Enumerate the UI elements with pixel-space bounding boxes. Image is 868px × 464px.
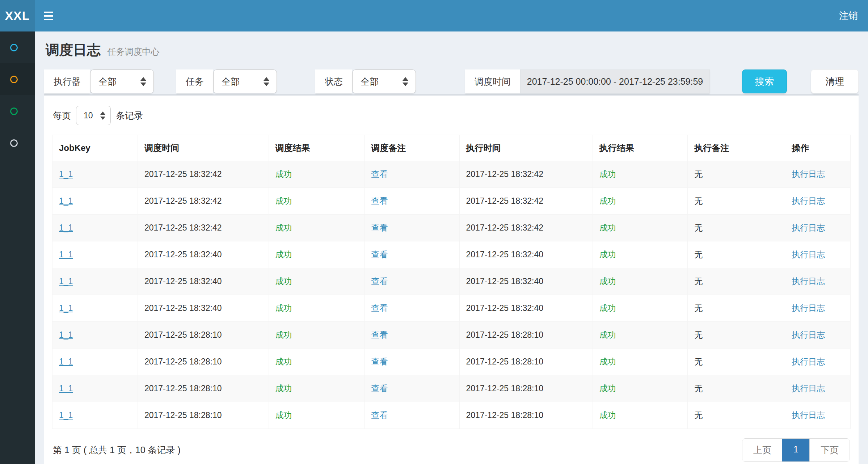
handle-msg-cell: 无	[694, 410, 703, 420]
jobkey-link[interactable]: 1_1	[59, 303, 73, 313]
handle-msg-cell: 无	[694, 357, 703, 366]
jobkey-link[interactable]: 1_1	[59, 196, 73, 206]
page-size-suffix: 条记录	[116, 110, 143, 122]
trigger-msg-link[interactable]: 查看	[371, 410, 388, 420]
trigger-time-cell: 2017-12-25 18:32:42	[144, 196, 222, 206]
handle-time-cell: 2017-12-25 18:32:42	[466, 223, 544, 232]
exec-log-link[interactable]: 执行日志	[792, 277, 825, 286]
prev-page-button[interactable]: 上页	[742, 439, 782, 461]
jobkey-link[interactable]: 1_1	[59, 357, 73, 366]
handle-time-cell: 2017-12-25 18:32:42	[466, 196, 544, 206]
job-filter-select[interactable]: 全部	[213, 69, 277, 93]
trigger-msg-link[interactable]: 查看	[371, 196, 388, 206]
sidebar-item-0[interactable]	[0, 31, 35, 63]
page-size-select[interactable]: 10	[76, 106, 111, 125]
circle-outline-icon-blue	[10, 44, 18, 51]
handle-result-cell: 成功	[599, 330, 616, 339]
sidebar-item-2[interactable]	[0, 95, 35, 127]
trigger-msg-link[interactable]: 查看	[371, 277, 388, 286]
jobkey-link[interactable]: 1_1	[59, 250, 73, 259]
executor-filter-select[interactable]: 全部	[90, 69, 154, 93]
column-header-2: 调度结果	[269, 135, 365, 161]
trigger-result-cell: 成功	[275, 169, 292, 179]
jobkey-link[interactable]: 1_1	[59, 384, 73, 393]
handle-msg-cell: 无	[694, 223, 703, 232]
handle-result-cell: 成功	[599, 250, 616, 259]
column-header-5: 执行结果	[593, 135, 687, 161]
table-row: 1_12017-12-25 18:32:40成功查看2017-12-25 18:…	[52, 268, 851, 295]
handle-time-cell: 2017-12-25 18:28:10	[466, 330, 544, 339]
handle-msg-cell: 无	[694, 169, 703, 179]
trigger-time-range-input[interactable]: 2017-12-25 00:00:00 - 2017-12-25 23:59:5…	[520, 69, 710, 93]
handle-time-cell: 2017-12-25 18:32:42	[466, 169, 544, 179]
table-row: 1_12017-12-25 18:28:10成功查看2017-12-25 18:…	[52, 322, 851, 349]
exec-log-link[interactable]: 执行日志	[792, 384, 825, 393]
handle-result-cell: 成功	[599, 303, 616, 313]
exec-log-link[interactable]: 执行日志	[792, 410, 825, 420]
clear-button[interactable]: 清理	[811, 69, 859, 93]
job-filter-label: 任务	[176, 69, 213, 93]
trigger-msg-link[interactable]: 查看	[371, 223, 388, 232]
exec-log-link[interactable]: 执行日志	[792, 250, 825, 259]
sidebar-item-3[interactable]	[0, 127, 35, 159]
handle-msg-cell: 无	[694, 196, 703, 206]
exec-log-link[interactable]: 执行日志	[792, 196, 825, 206]
handle-result-cell: 成功	[599, 223, 616, 232]
circle-outline-icon-green	[10, 107, 18, 115]
status-filter-label: 状态	[315, 69, 352, 93]
trigger-msg-link[interactable]: 查看	[371, 330, 388, 339]
column-header-6: 执行备注	[688, 135, 785, 161]
next-page-button[interactable]: 下页	[809, 439, 850, 461]
select-arrows-icon	[140, 77, 146, 86]
exec-log-link[interactable]: 执行日志	[792, 169, 825, 179]
trigger-msg-link[interactable]: 查看	[371, 303, 388, 313]
select-arrows-icon	[403, 77, 408, 86]
handle-msg-cell: 无	[694, 277, 703, 286]
jobkey-link[interactable]: 1_1	[59, 410, 73, 420]
jobkey-link[interactable]: 1_1	[59, 277, 73, 286]
trigger-result-cell: 成功	[275, 250, 292, 259]
log-table-panel: 每页 10 条记录 JobKey调度时间调度结果调度备注执行时间执行结果执行备注…	[44, 96, 859, 464]
trigger-msg-link[interactable]: 查看	[371, 169, 388, 179]
handle-result-cell: 成功	[599, 196, 616, 206]
exec-log-link[interactable]: 执行日志	[792, 357, 825, 366]
trigger-time-filter-group: 调度时间 2017-12-25 00:00:00 - 2017-12-25 23…	[465, 69, 710, 93]
executor-filter-group: 执行器	[44, 69, 90, 93]
handle-time-cell: 2017-12-25 18:28:10	[466, 384, 544, 393]
table-row: 1_12017-12-25 18:28:10成功查看2017-12-25 18:…	[52, 349, 851, 375]
trigger-time-cell: 2017-12-25 18:32:40	[144, 277, 222, 286]
trigger-result-cell: 成功	[275, 223, 292, 232]
trigger-time-cell: 2017-12-25 18:28:10	[144, 357, 222, 366]
exec-log-link[interactable]: 执行日志	[792, 223, 825, 232]
trigger-result-cell: 成功	[275, 330, 292, 339]
handle-msg-cell: 无	[694, 303, 703, 313]
page-size-row: 每页 10 条记录	[52, 105, 851, 135]
column-header-4: 执行时间	[459, 135, 593, 161]
trigger-time-cell: 2017-12-25 18:32:40	[144, 250, 222, 259]
trigger-msg-link[interactable]: 查看	[371, 357, 388, 366]
status-filter-select[interactable]: 全部	[352, 69, 416, 93]
handle-time-cell: 2017-12-25 18:28:10	[466, 410, 544, 420]
logout-link[interactable]: 注销	[829, 0, 868, 31]
sidebar-item-1[interactable]	[0, 63, 35, 95]
table-row: 1_12017-12-25 18:32:40成功查看2017-12-25 18:…	[52, 295, 851, 322]
page-size-prefix: 每页	[53, 110, 71, 122]
exec-log-link[interactable]: 执行日志	[792, 330, 825, 339]
trigger-msg-link[interactable]: 查看	[371, 384, 388, 393]
hamburger-icon	[44, 12, 53, 13]
jobkey-link[interactable]: 1_1	[59, 330, 73, 339]
column-header-1: 调度时间	[138, 135, 269, 161]
pagination: 上页 1 下页	[742, 438, 850, 462]
jobkey-link[interactable]: 1_1	[59, 169, 73, 179]
search-button[interactable]: 搜索	[742, 69, 787, 93]
handle-time-cell: 2017-12-25 18:32:40	[466, 250, 544, 259]
trigger-msg-link[interactable]: 查看	[371, 250, 388, 259]
sidebar-toggle-button[interactable]	[35, 0, 62, 31]
table-row: 1_12017-12-25 18:32:40成功查看2017-12-25 18:…	[52, 241, 851, 268]
current-page-button[interactable]: 1	[782, 439, 809, 461]
jobkey-link[interactable]: 1_1	[59, 223, 73, 232]
trigger-time-cell: 2017-12-25 18:32:42	[144, 223, 222, 232]
column-header-7: 操作	[785, 135, 851, 161]
exec-log-link[interactable]: 执行日志	[792, 303, 825, 313]
trigger-result-cell: 成功	[275, 303, 292, 313]
